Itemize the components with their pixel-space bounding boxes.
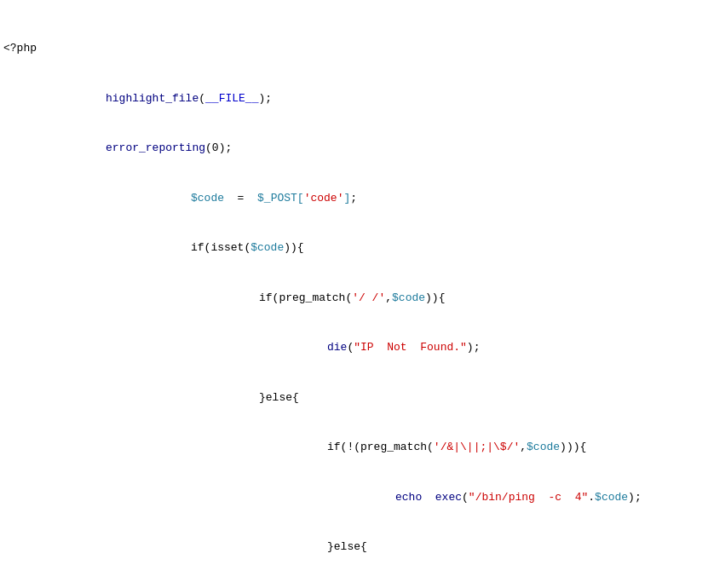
code-display: <?php highlight_file(__FILE__); error_re…	[0, 0, 714, 588]
